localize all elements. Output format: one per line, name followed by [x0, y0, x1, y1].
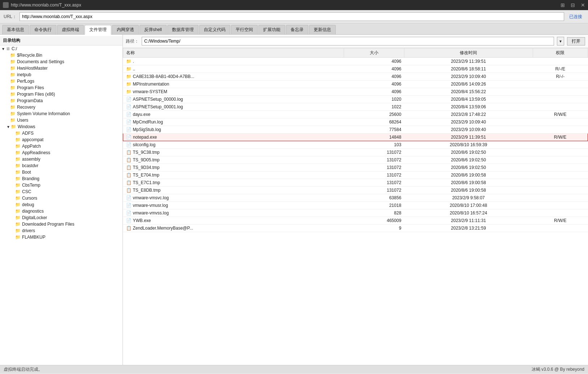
tree-item[interactable]: ▶📁Program Files (x86) [0, 91, 123, 97]
tree-item[interactable]: ▶📁System Volume Information [0, 110, 123, 117]
tree-item-label: Windows [18, 124, 35, 129]
tree-item[interactable]: ▶📁Boot [0, 169, 123, 175]
tree-item[interactable]: ▶📁AppReadiness [0, 149, 123, 156]
table-row[interactable]: 📄vmware-vmsvc.log 63856 2023/2/9 9:58:07 [123, 194, 588, 202]
tab-备忘录[interactable]: 备忘录 [286, 25, 308, 34]
tree-item[interactable]: ▶📁drivers [0, 227, 123, 234]
table-row[interactable]: 📁.. 4096 2020/8/6 18:58:11 R/-/E [123, 65, 588, 73]
folder-icon: 📁 [15, 137, 21, 142]
table-row[interactable]: 📄vmware-vmusr.log 21018 2020/8/10 17:00:… [123, 202, 588, 209]
folder-icon: 📁 [10, 66, 16, 71]
drive-icon: 🖥 [6, 46, 10, 51]
table-row[interactable]: 📋TS_9C38.tmp 131072 2020/8/6 19:02:50 [123, 149, 588, 156]
td-size: 21018 [344, 202, 404, 209]
table-row[interactable]: 📋TS_9D34.tmp 131072 2020/8/6 19:02:50 [123, 164, 588, 171]
td-size: 14848 [344, 134, 404, 141]
table-row[interactable]: 📋ZendLoader.MemoryBase@P... 9 2023/2/8 1… [123, 225, 588, 232]
table-row[interactable]: 📄YWB.exe 465009 2023/2/9 11:11:31 R/W/E [123, 217, 588, 225]
table-row[interactable]: 📄ASPNETSetup_00000.log 1020 2020/8/4 13:… [123, 96, 588, 103]
tree-item[interactable]: ▶📁inetpub [0, 71, 123, 78]
tab-平行空间[interactable]: 平行空间 [231, 25, 258, 34]
table-row[interactable]: 📄silconfig.log 103 2020/8/10 16:59:39 [123, 141, 588, 149]
table-row[interactable]: 📄MpSigStub.log 77584 2023/2/9 10:09:40 [123, 126, 588, 134]
tab-自定义代码[interactable]: 自定义代码 [199, 25, 230, 34]
tree-item-label: debug [22, 202, 34, 207]
close-icon[interactable]: ✕ [581, 2, 585, 8]
tab-反弹shell[interactable]: 反弹shell [140, 25, 167, 34]
td-size: 68264 [344, 118, 404, 126]
tree-item[interactable]: ▶📁$Recycle.Bin [0, 52, 123, 58]
table-row[interactable]: 📄dayu.exe 25600 2023/2/8 17:48:22 R/W/E [123, 111, 588, 118]
col-perm: 权限 [533, 48, 588, 58]
td-perm: R/W/E [533, 217, 588, 225]
tree-item[interactable]: ▶📁ProgramData [0, 97, 123, 104]
open-button[interactable]: 打开 [567, 37, 585, 45]
folder-icon: 📁 [15, 189, 21, 194]
table-row[interactable]: 📄MpCmdRun.log 68264 2023/2/9 10:09:40 [123, 118, 588, 126]
tree-item[interactable]: ▶📁Users [0, 117, 123, 123]
tab-基本信息[interactable]: 基本信息 [2, 25, 29, 34]
tree-item[interactable]: ▶📁ADFS [0, 130, 123, 136]
tree-item[interactable]: ▶📁FLAMBKUP [0, 234, 123, 240]
path-label: 路径： [126, 38, 139, 44]
path-input[interactable] [142, 37, 554, 45]
td-name: 📁. [123, 58, 344, 65]
tab-虚拟终端[interactable]: 虚拟终端 [57, 25, 84, 34]
tree-item[interactable]: ▶📁AppPatch [0, 143, 123, 149]
tab-命令执行[interactable]: 命令执行 [30, 25, 56, 34]
table-row[interactable]: 📋TS_9D05.tmp 131072 2020/8/6 19:02:50 [123, 156, 588, 164]
table-row[interactable]: 📋TS_E8DB.tmp 131072 2020/8/6 19:00:58 [123, 187, 588, 194]
tab-更新信息[interactable]: 更新信息 [309, 25, 336, 34]
tree-item[interactable]: ▶📁CbsTemp [0, 182, 123, 188]
tree-item[interactable]: ▶📁debug [0, 201, 123, 208]
tree-item[interactable]: ▶📁diagnostics [0, 208, 123, 214]
tree-item[interactable]: ▶📁assembly [0, 156, 123, 162]
tree-item[interactable]: ▼📁Windows [0, 123, 123, 130]
connected-button[interactable]: 已连接 [567, 13, 584, 21]
tree-item[interactable]: ▶📁Documents and Settings [0, 58, 123, 65]
url-input[interactable] [20, 12, 564, 21]
td-time: 2023/2/8 17:48:22 [404, 111, 533, 118]
tree-item[interactable]: ▶📁Recovery [0, 104, 123, 110]
tree-item[interactable]: ▶📁bcastdvr [0, 162, 123, 169]
table-row[interactable]: 📄notepad.exe 14848 2023/2/9 11:39:51 R/W… [123, 134, 588, 141]
td-name: 📄vmware-vmsvc.log [123, 194, 344, 201]
tree-item[interactable]: ▼🖥C:/ [0, 45, 123, 52]
path-dropdown[interactable]: ▼ [557, 37, 564, 45]
tree-item[interactable]: ▶📁CSC [0, 188, 123, 195]
td-perm: R/-/- [533, 73, 588, 81]
table-row[interactable]: 📄vmware-vmvss.log 828 2020/8/10 16:57:24 [123, 209, 588, 217]
tab-文件管理[interactable]: 文件管理 [85, 25, 111, 35]
td-name: 📋TS_9D05.tmp [123, 156, 344, 164]
tab-数据库管理[interactable]: 数据库管理 [167, 25, 198, 34]
folder-icon: 📁 [15, 163, 21, 168]
tree-item[interactable]: ▶📁Downloaded Program Files [0, 221, 123, 227]
tree-item-label: AppReadiness [22, 150, 50, 155]
td-name: 📁vmware-SYSTEM [123, 88, 344, 95]
td-time: 2020/8/4 13:59:05 [404, 96, 533, 103]
tab-内网穿透[interactable]: 内网穿透 [112, 25, 139, 34]
tree-item[interactable]: ▶📁Program Files [0, 84, 123, 91]
table-row[interactable]: 📋TS_E704.tmp 131072 2020/8/6 19:00:58 [123, 171, 588, 179]
table-row[interactable]: 📄ASPNETSetup_00001.log 1022 2020/8/4 13:… [123, 103, 588, 111]
table-row[interactable]: 📁CA8E313B-8AB1-40D4-A7BB... 4096 2023/2/… [123, 73, 588, 81]
tab-扩展功能[interactable]: 扩展功能 [258, 25, 285, 34]
table-row[interactable]: 📋TS_E7C1.tmp 131072 2020/8/6 19:00:58 [123, 179, 588, 187]
tree-item[interactable]: ▶📁PerfLogs [0, 78, 123, 84]
tree-item[interactable]: ▶📁Cursors [0, 195, 123, 201]
tree-item[interactable]: ▶📁appcompat [0, 136, 123, 143]
file-name: ZendLoader.MemoryBase@P... [133, 226, 193, 231]
table-row[interactable]: 📁MPInstrumentation 4096 2020/8/6 14:09:2… [123, 81, 588, 88]
td-size: 63856 [344, 194, 404, 202]
tree-container: ▼🖥C:/▶📁$Recycle.Bin▶📁Documents and Setti… [0, 45, 123, 240]
grid-icon-1[interactable]: ⊞ [561, 2, 565, 8]
grid-icon-2[interactable]: ⊟ [571, 2, 575, 8]
tree-item[interactable]: ▶📁HwsHostMaster [0, 65, 123, 71]
file-name: YWB.exe [133, 218, 151, 223]
td-size: 1020 [344, 96, 404, 103]
tree-item-label: Recovery [17, 105, 35, 110]
table-row[interactable]: 📁vmware-SYSTEM 4096 2020/8/4 15:56:22 [123, 88, 588, 96]
tree-item[interactable]: ▶📁Branding [0, 175, 123, 182]
table-row[interactable]: 📁. 4096 2023/2/9 11:39:51 [123, 58, 588, 65]
tree-item[interactable]: ▶📁DigitalLocker [0, 214, 123, 221]
